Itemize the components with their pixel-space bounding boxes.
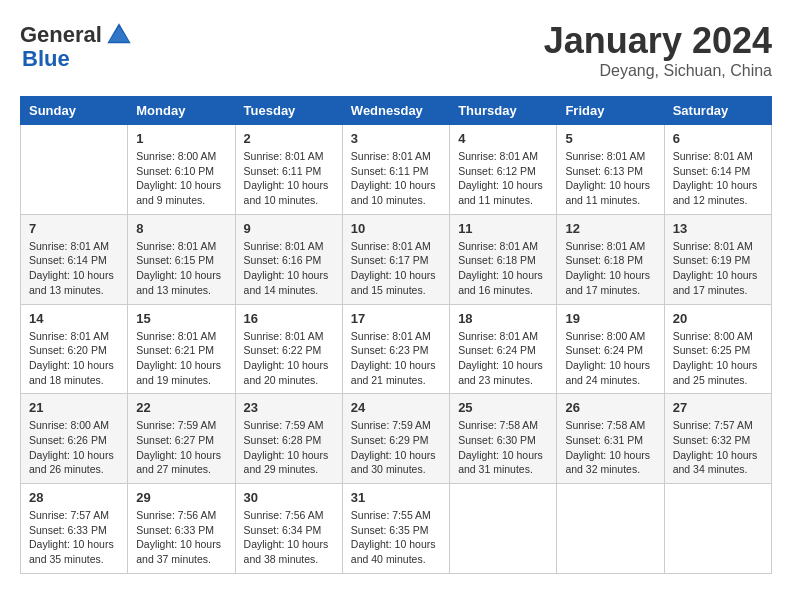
calendar-week-row: 28Sunrise: 7:57 AM Sunset: 6:33 PM Dayli… xyxy=(21,484,772,574)
day-number: 22 xyxy=(136,400,226,415)
day-info: Sunrise: 8:01 AM Sunset: 6:11 PM Dayligh… xyxy=(244,149,334,208)
calendar-cell xyxy=(557,484,664,574)
col-header-monday: Monday xyxy=(128,97,235,125)
day-info: Sunrise: 8:01 AM Sunset: 6:14 PM Dayligh… xyxy=(29,239,119,298)
calendar-cell: 14Sunrise: 8:01 AM Sunset: 6:20 PM Dayli… xyxy=(21,304,128,394)
day-number: 25 xyxy=(458,400,548,415)
calendar-cell: 18Sunrise: 8:01 AM Sunset: 6:24 PM Dayli… xyxy=(450,304,557,394)
day-info: Sunrise: 7:58 AM Sunset: 6:31 PM Dayligh… xyxy=(565,418,655,477)
calendar-week-row: 7Sunrise: 8:01 AM Sunset: 6:14 PM Daylig… xyxy=(21,214,772,304)
calendar-cell: 29Sunrise: 7:56 AM Sunset: 6:33 PM Dayli… xyxy=(128,484,235,574)
svg-marker-1 xyxy=(109,27,129,42)
month-title: January 2024 xyxy=(544,20,772,62)
day-number: 19 xyxy=(565,311,655,326)
calendar-table: SundayMondayTuesdayWednesdayThursdayFrid… xyxy=(20,96,772,574)
day-number: 13 xyxy=(673,221,763,236)
day-info: Sunrise: 8:01 AM Sunset: 6:24 PM Dayligh… xyxy=(458,329,548,388)
day-number: 4 xyxy=(458,131,548,146)
title-area: January 2024 Deyang, Sichuan, China xyxy=(544,20,772,80)
day-number: 16 xyxy=(244,311,334,326)
calendar-cell: 3Sunrise: 8:01 AM Sunset: 6:11 PM Daylig… xyxy=(342,125,449,215)
calendar-cell: 1Sunrise: 8:00 AM Sunset: 6:10 PM Daylig… xyxy=(128,125,235,215)
day-info: Sunrise: 8:01 AM Sunset: 6:14 PM Dayligh… xyxy=(673,149,763,208)
day-number: 7 xyxy=(29,221,119,236)
calendar-cell: 22Sunrise: 7:59 AM Sunset: 6:27 PM Dayli… xyxy=(128,394,235,484)
calendar-week-row: 1Sunrise: 8:00 AM Sunset: 6:10 PM Daylig… xyxy=(21,125,772,215)
day-number: 15 xyxy=(136,311,226,326)
calendar-cell: 19Sunrise: 8:00 AM Sunset: 6:24 PM Dayli… xyxy=(557,304,664,394)
day-info: Sunrise: 8:00 AM Sunset: 6:10 PM Dayligh… xyxy=(136,149,226,208)
col-header-friday: Friday xyxy=(557,97,664,125)
day-number: 11 xyxy=(458,221,548,236)
calendar-cell: 17Sunrise: 8:01 AM Sunset: 6:23 PM Dayli… xyxy=(342,304,449,394)
calendar-cell: 5Sunrise: 8:01 AM Sunset: 6:13 PM Daylig… xyxy=(557,125,664,215)
day-info: Sunrise: 7:59 AM Sunset: 6:28 PM Dayligh… xyxy=(244,418,334,477)
day-number: 6 xyxy=(673,131,763,146)
day-info: Sunrise: 8:01 AM Sunset: 6:18 PM Dayligh… xyxy=(458,239,548,298)
day-number: 26 xyxy=(565,400,655,415)
calendar-cell xyxy=(664,484,771,574)
calendar-cell xyxy=(21,125,128,215)
day-number: 30 xyxy=(244,490,334,505)
day-info: Sunrise: 7:56 AM Sunset: 6:34 PM Dayligh… xyxy=(244,508,334,567)
calendar-header-row: SundayMondayTuesdayWednesdayThursdayFrid… xyxy=(21,97,772,125)
day-info: Sunrise: 8:01 AM Sunset: 6:11 PM Dayligh… xyxy=(351,149,441,208)
calendar-cell: 27Sunrise: 7:57 AM Sunset: 6:32 PM Dayli… xyxy=(664,394,771,484)
page-header: General Blue January 2024 Deyang, Sichua… xyxy=(20,20,772,80)
day-info: Sunrise: 8:01 AM Sunset: 6:19 PM Dayligh… xyxy=(673,239,763,298)
day-info: Sunrise: 8:01 AM Sunset: 6:20 PM Dayligh… xyxy=(29,329,119,388)
calendar-cell: 11Sunrise: 8:01 AM Sunset: 6:18 PM Dayli… xyxy=(450,214,557,304)
day-info: Sunrise: 8:00 AM Sunset: 6:26 PM Dayligh… xyxy=(29,418,119,477)
day-number: 12 xyxy=(565,221,655,236)
calendar-cell: 7Sunrise: 8:01 AM Sunset: 6:14 PM Daylig… xyxy=(21,214,128,304)
calendar-week-row: 21Sunrise: 8:00 AM Sunset: 6:26 PM Dayli… xyxy=(21,394,772,484)
day-info: Sunrise: 8:01 AM Sunset: 6:12 PM Dayligh… xyxy=(458,149,548,208)
day-info: Sunrise: 7:58 AM Sunset: 6:30 PM Dayligh… xyxy=(458,418,548,477)
day-info: Sunrise: 8:01 AM Sunset: 6:21 PM Dayligh… xyxy=(136,329,226,388)
day-number: 20 xyxy=(673,311,763,326)
day-info: Sunrise: 8:00 AM Sunset: 6:24 PM Dayligh… xyxy=(565,329,655,388)
day-info: Sunrise: 8:01 AM Sunset: 6:17 PM Dayligh… xyxy=(351,239,441,298)
day-info: Sunrise: 7:56 AM Sunset: 6:33 PM Dayligh… xyxy=(136,508,226,567)
day-number: 9 xyxy=(244,221,334,236)
calendar-cell: 10Sunrise: 8:01 AM Sunset: 6:17 PM Dayli… xyxy=(342,214,449,304)
col-header-thursday: Thursday xyxy=(450,97,557,125)
calendar-cell: 6Sunrise: 8:01 AM Sunset: 6:14 PM Daylig… xyxy=(664,125,771,215)
day-number: 14 xyxy=(29,311,119,326)
day-number: 17 xyxy=(351,311,441,326)
day-number: 2 xyxy=(244,131,334,146)
day-number: 5 xyxy=(565,131,655,146)
calendar-cell: 12Sunrise: 8:01 AM Sunset: 6:18 PM Dayli… xyxy=(557,214,664,304)
location-title: Deyang, Sichuan, China xyxy=(544,62,772,80)
day-info: Sunrise: 8:01 AM Sunset: 6:13 PM Dayligh… xyxy=(565,149,655,208)
logo: General Blue xyxy=(20,20,134,72)
day-info: Sunrise: 8:01 AM Sunset: 6:16 PM Dayligh… xyxy=(244,239,334,298)
day-info: Sunrise: 8:01 AM Sunset: 6:22 PM Dayligh… xyxy=(244,329,334,388)
col-header-sunday: Sunday xyxy=(21,97,128,125)
col-header-saturday: Saturday xyxy=(664,97,771,125)
day-info: Sunrise: 7:57 AM Sunset: 6:32 PM Dayligh… xyxy=(673,418,763,477)
day-number: 18 xyxy=(458,311,548,326)
calendar-cell: 16Sunrise: 8:01 AM Sunset: 6:22 PM Dayli… xyxy=(235,304,342,394)
calendar-cell: 13Sunrise: 8:01 AM Sunset: 6:19 PM Dayli… xyxy=(664,214,771,304)
calendar-cell xyxy=(450,484,557,574)
day-number: 31 xyxy=(351,490,441,505)
day-info: Sunrise: 7:55 AM Sunset: 6:35 PM Dayligh… xyxy=(351,508,441,567)
day-number: 23 xyxy=(244,400,334,415)
calendar-cell: 21Sunrise: 8:00 AM Sunset: 6:26 PM Dayli… xyxy=(21,394,128,484)
calendar-cell: 26Sunrise: 7:58 AM Sunset: 6:31 PM Dayli… xyxy=(557,394,664,484)
calendar-cell: 31Sunrise: 7:55 AM Sunset: 6:35 PM Dayli… xyxy=(342,484,449,574)
day-info: Sunrise: 8:00 AM Sunset: 6:25 PM Dayligh… xyxy=(673,329,763,388)
calendar-cell: 20Sunrise: 8:00 AM Sunset: 6:25 PM Dayli… xyxy=(664,304,771,394)
logo-general-text: General xyxy=(20,22,102,48)
day-number: 10 xyxy=(351,221,441,236)
calendar-cell: 9Sunrise: 8:01 AM Sunset: 6:16 PM Daylig… xyxy=(235,214,342,304)
calendar-cell: 24Sunrise: 7:59 AM Sunset: 6:29 PM Dayli… xyxy=(342,394,449,484)
day-number: 1 xyxy=(136,131,226,146)
calendar-cell: 4Sunrise: 8:01 AM Sunset: 6:12 PM Daylig… xyxy=(450,125,557,215)
day-number: 28 xyxy=(29,490,119,505)
calendar-cell: 2Sunrise: 8:01 AM Sunset: 6:11 PM Daylig… xyxy=(235,125,342,215)
logo-icon xyxy=(104,20,134,50)
col-header-wednesday: Wednesday xyxy=(342,97,449,125)
day-info: Sunrise: 8:01 AM Sunset: 6:18 PM Dayligh… xyxy=(565,239,655,298)
